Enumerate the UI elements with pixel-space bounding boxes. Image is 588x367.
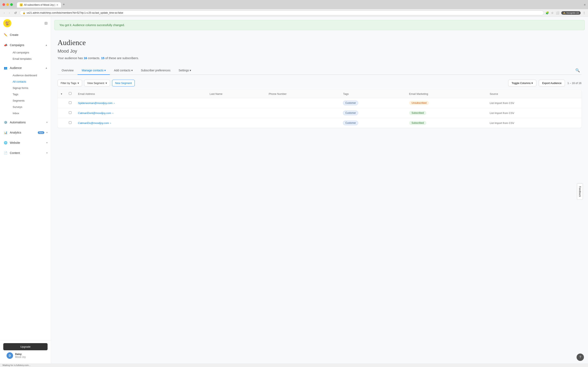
row1-email[interactable]: Spiderwoman@moodjoy.com — [78, 101, 112, 105]
table-row: Spiderwoman@moodjoy.com › Customer Unsub… — [58, 98, 581, 108]
success-message: You got it. Audience columns successfull… — [60, 24, 125, 27]
minimize-dot[interactable] — [6, 3, 9, 6]
row3-checkbox[interactable] — [69, 121, 71, 124]
active-tab[interactable]: 🐒 All subscribers of Mood Joy | ✕ — [17, 2, 61, 8]
new-segment-label: New Segment — [115, 82, 132, 85]
view-segment-chevron-icon: ▾ — [105, 82, 107, 85]
sort-icon[interactable]: ▾ — [61, 92, 62, 95]
tab-manage-contacts[interactable]: Manage contacts ▾ — [78, 66, 110, 75]
select-all-checkbox[interactable] — [69, 92, 71, 95]
row3-email-marketing: Subscribed — [406, 118, 486, 128]
sidebar-item-content[interactable]: 📄 Content ▾ — [0, 149, 51, 157]
bookmark-btn[interactable]: ☆ — [551, 11, 554, 15]
maximize-dot[interactable] — [10, 3, 13, 6]
row3-checkbox-cell — [66, 118, 75, 128]
row3-phone — [265, 118, 340, 128]
upgrade-button[interactable]: Upgrade — [3, 343, 48, 350]
more-btn[interactable]: ⋮ — [583, 11, 586, 15]
col-email-header: Email Address — [75, 90, 207, 98]
status-bar: Waiting for rs.fullstory.com... — [0, 363, 588, 367]
split-btn[interactable]: ⬜ — [556, 11, 559, 15]
sidebar-item-campaigns[interactable]: 📣 Campaigns ▲ — [0, 41, 51, 49]
row2-email-marketing: Subscribed — [406, 108, 486, 118]
row1-lastname — [207, 98, 265, 108]
view-segment-btn[interactable]: View Segment ▾ — [84, 80, 110, 86]
sidebar: 🐒 ⊟ ✏️ Create 📣 Campaigns ▲ All campaign… — [0, 17, 51, 363]
sidebar-item-all-campaigns[interactable]: All campaigns — [9, 49, 51, 56]
row1-tag-badge[interactable]: Customer — [343, 101, 358, 105]
address-bar[interactable]: 🔒 us21.admin.mailchimp.com/lists/members… — [20, 10, 544, 15]
table-header: ▾ Email Address Last Name Phone Number T… — [58, 90, 581, 98]
user-company: Mood Joy — [15, 356, 26, 359]
title-bar: 🐒 All subscribers of Mood Joy | ✕ + ≡ — [0, 0, 588, 9]
new-tab-btn[interactable]: + — [61, 2, 67, 8]
row3-email-arrow-icon: › — [110, 122, 111, 125]
incognito-label: Incognito (2) — [567, 12, 579, 14]
tab-settings[interactable]: Settings ▾ — [174, 66, 195, 75]
extensions-btn[interactable]: 🧩 — [545, 11, 549, 15]
feedback-label: Feedback — [579, 186, 581, 197]
export-audience-btn[interactable]: Export Audience — [539, 80, 565, 86]
row3-tag-badge[interactable]: Customer — [343, 121, 358, 125]
sidebar-item-tags[interactable]: Tags — [9, 91, 51, 98]
sidebar-item-website[interactable]: 🌐 Website ▾ — [0, 138, 51, 147]
audience-chevron-icon: ▲ — [45, 67, 48, 69]
row3-source: List Import from CSV — [486, 118, 581, 128]
row2-email[interactable]: CatmanDont@moodjoy.com — [78, 111, 111, 115]
sidebar-item-all-contacts[interactable]: All contacts — [9, 78, 51, 85]
sidebar-item-analytics[interactable]: 📊 Analytics New ▾ — [0, 128, 51, 137]
row2-tag-badge[interactable]: Customer — [343, 111, 358, 115]
automations-icon: ⚙️ — [3, 120, 8, 125]
new-segment-btn[interactable]: New Segment — [112, 80, 135, 86]
feedback-tab[interactable]: Feedback — [577, 184, 583, 200]
audience-icon: 👥 — [3, 66, 8, 70]
sidebar-item-audience-dashboard[interactable]: Audience dashboard — [9, 72, 51, 78]
contacts-count: 16 — [84, 56, 87, 60]
row2-checkbox[interactable] — [69, 111, 71, 114]
sidebar-item-automations[interactable]: ⚙️ Automations ▾ — [0, 118, 51, 127]
sidebar-item-segments[interactable]: Segments — [9, 98, 51, 104]
tab-subscriber-preferences[interactable]: Subscriber preferences — [137, 66, 174, 75]
back-btn[interactable]: ‹ — [2, 11, 6, 15]
forward-btn[interactable]: › — [8, 11, 11, 15]
row1-source-text: List Import from CSV — [490, 101, 514, 105]
toolbar-left: Filter by Tags ▾ View Segment ▾ New Segm… — [58, 80, 135, 86]
table-header-row: ▾ Email Address Last Name Phone Number T… — [58, 90, 581, 98]
filter-by-tags-btn[interactable]: Filter by Tags ▾ — [58, 80, 82, 86]
browser-chrome: 🐒 All subscribers of Mood Joy | ✕ + ≡ ‹ … — [0, 0, 588, 17]
table-body: Spiderwoman@moodjoy.com › Customer Unsub… — [58, 98, 581, 128]
sidebar-item-inbox[interactable]: Inbox — [9, 110, 51, 117]
row2-status-badge: Subscribed — [409, 111, 426, 115]
success-banner: You got it. Audience columns successfull… — [54, 20, 585, 30]
reload-btn[interactable]: ↺ — [13, 11, 18, 15]
main-content: You got it. Audience columns successfull… — [51, 17, 588, 363]
row1-checkbox[interactable] — [69, 101, 71, 104]
sidebar-toggle-btn[interactable]: ⊟ — [44, 21, 48, 25]
sidebar-automations-label: Automations — [10, 121, 44, 124]
tab-add-contacts[interactable]: Add contacts ▾ — [110, 66, 137, 75]
help-button[interactable]: ? — [577, 354, 584, 361]
campaigns-submenu: All campaigns Email templates — [0, 49, 51, 62]
search-btn[interactable]: 🔍 — [574, 67, 581, 74]
sidebar-item-signup-forms[interactable]: Signup forms — [9, 85, 51, 91]
col-source-header: Source — [486, 90, 581, 98]
sidebar-item-audience[interactable]: 👥 Audience ▲ — [0, 64, 51, 72]
row3-lastname — [207, 118, 265, 128]
sidebar-item-email-templates[interactable]: Email templates — [9, 56, 51, 62]
user-info-section: D Daisy Mood Joy — [3, 350, 48, 361]
sidebar-create-label: Create — [10, 33, 48, 36]
browser-toolbar: ‹ › ↺ 🔒 us21.admin.mailchimp.com/lists/m… — [0, 9, 588, 17]
website-chevron-icon: ▾ — [46, 141, 48, 144]
sidebar-item-create[interactable]: ✏️ Create — [0, 31, 51, 39]
row2-email-arrow-icon: › — [112, 111, 113, 115]
close-dot[interactable] — [2, 3, 5, 6]
sidebar-item-surveys[interactable]: Surveys — [9, 104, 51, 110]
tab-close-btn[interactable]: ✕ — [56, 4, 58, 6]
tab-overview[interactable]: Overview — [58, 66, 78, 75]
contacts-table: ▾ Email Address Last Name Phone Number T… — [58, 90, 581, 128]
row3-email[interactable]: CatmanDo@moodjoy.com — [78, 122, 109, 125]
toggle-columns-btn[interactable]: Toggle Columns ▾ — [508, 80, 536, 86]
table-row: CatmanDont@moodjoy.com › Customer Subscr… — [58, 108, 581, 118]
browser-menu-btn[interactable]: ≡ — [584, 3, 586, 6]
toolbar-right: Toggle Columns ▾ Export Audience 1 – 16 … — [508, 80, 581, 86]
